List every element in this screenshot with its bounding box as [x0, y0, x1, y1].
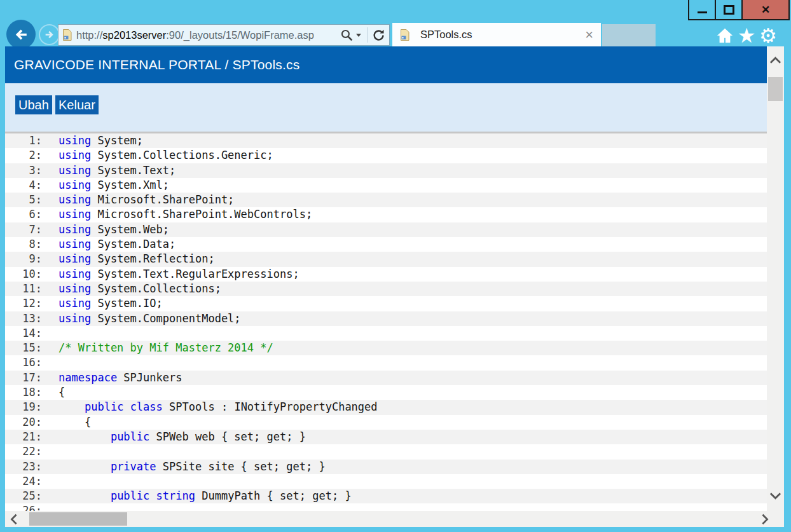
- code-line: 15:/* Written by Mif Masterz 2014 */: [5, 341, 767, 355]
- browser-window: ✕ http://sp2013server:90/_layouts/15/Wop…: [0, 0, 791, 532]
- line-code: [42, 355, 58, 370]
- line-code: using Microsoft.SharePoint.WebControls;: [42, 207, 312, 222]
- code-line: 2:using System.Collections.Generic;: [5, 148, 767, 163]
- line-code: using System.Reflection;: [42, 252, 215, 266]
- line-code: using System.Web;: [42, 222, 169, 237]
- back-button[interactable]: [6, 20, 36, 49]
- line-code: using Microsoft.SharePoint;: [42, 193, 234, 207]
- line-code: using System.ComponentModel;: [42, 311, 241, 326]
- menu-item-keluar[interactable]: Keluar: [55, 95, 99, 114]
- line-number: 3:: [5, 163, 42, 178]
- line-number: 4:: [5, 178, 42, 193]
- address-divider: [368, 27, 368, 43]
- line-code: /* Written by Mif Masterz 2014 */: [42, 341, 273, 355]
- minimize-button[interactable]: [689, 0, 715, 19]
- line-number: 5:: [5, 193, 42, 207]
- minimize-icon: [698, 11, 707, 13]
- code-line: 5:using Microsoft.SharePoint;: [5, 193, 767, 207]
- code-line: 11:using System.Collections;: [5, 282, 767, 296]
- tab-sptools[interactable]: SPTools.cs ×: [392, 23, 601, 46]
- line-code: private SPSite site { set; get; }: [42, 460, 326, 474]
- code-line: 4:using System.Xml;: [5, 178, 767, 193]
- line-code: using System.Text.RegularExpressions;: [42, 267, 299, 282]
- line-code: public string DummyPath { set; get; }: [42, 489, 352, 503]
- line-code: using System.IO;: [42, 296, 163, 311]
- line-code: public class SPTools : INotifyPropertyCh…: [42, 400, 378, 414]
- tab-favicon: [400, 29, 409, 41]
- line-number: 11:: [5, 282, 42, 296]
- code-line: 7:using System.Web;: [5, 222, 767, 237]
- search-icon[interactable]: [340, 29, 354, 42]
- line-number: 2:: [5, 148, 42, 163]
- scroll-up-icon[interactable]: [769, 57, 781, 64]
- url-domain: sp2013server: [102, 29, 166, 41]
- close-icon: ✕: [761, 4, 770, 15]
- code-line: 24:: [5, 474, 767, 489]
- line-number: 16:: [5, 355, 42, 370]
- code-line: 20: {: [5, 415, 767, 430]
- line-number: 12:: [5, 296, 42, 311]
- refresh-icon[interactable]: [372, 29, 385, 42]
- line-number: 8:: [5, 237, 42, 252]
- maximize-icon: [724, 5, 734, 15]
- menu-item-ubah[interactable]: Ubah: [15, 95, 52, 114]
- tab-close-icon[interactable]: ×: [585, 28, 593, 42]
- url-text[interactable]: http://sp2013server:90/_layouts/15/WopiF…: [76, 29, 340, 41]
- address-bar[interactable]: http://sp2013server:90/_layouts/15/WopiF…: [58, 24, 390, 46]
- line-number: 23:: [5, 460, 42, 474]
- code-line: 19: public class SPTools : INotifyProper…: [5, 400, 767, 414]
- code-line: 10:using System.Text.RegularExpressions;: [5, 267, 767, 282]
- line-number: 25:: [5, 489, 42, 503]
- line-code: {: [42, 415, 91, 430]
- line-number: 15:: [5, 341, 42, 355]
- home-icon: [715, 27, 734, 44]
- scroll-right-icon[interactable]: [761, 514, 769, 525]
- url-path: :90/_layouts/15/WopiFrame.asp: [166, 29, 314, 41]
- vertical-scroll-thumb[interactable]: [768, 77, 783, 101]
- line-code: using System.Collections.Generic;: [42, 148, 273, 163]
- scroll-left-icon[interactable]: [10, 514, 18, 525]
- code-line: 21: public SPWeb web { set; get; }: [5, 430, 767, 444]
- page-title: GRAVICODE INTERNAL PORTAL / SPTools.cs: [14, 57, 299, 72]
- forward-button[interactable]: [39, 24, 60, 45]
- maximize-button[interactable]: [715, 0, 741, 19]
- settings-button[interactable]: ⚙: [758, 25, 778, 46]
- scroll-down-icon[interactable]: [769, 492, 781, 500]
- forward-arrow-icon: [43, 29, 55, 41]
- line-number: 24:: [5, 474, 42, 489]
- close-button[interactable]: ✕: [741, 0, 788, 19]
- code-line: 26:: [5, 503, 767, 511]
- line-code: using System;: [42, 133, 143, 148]
- home-button[interactable]: [715, 25, 735, 46]
- line-number: 26:: [5, 503, 42, 511]
- line-number: 14:: [5, 326, 42, 341]
- line-number: 21:: [5, 430, 42, 444]
- code-line: 22:: [5, 444, 767, 459]
- code-line: 17:namespace SPJunkers: [5, 371, 767, 385]
- line-number: 18:: [5, 385, 42, 400]
- code-line: 1:using System;: [5, 133, 767, 148]
- line-code: using System.Collections;: [42, 282, 221, 296]
- line-code: [42, 326, 58, 341]
- line-number: 7:: [5, 222, 42, 237]
- url-prefix: http://: [76, 29, 102, 41]
- horizontal-scrollbar[interactable]: [5, 511, 784, 527]
- code-line: 12:using System.IO;: [5, 296, 767, 311]
- line-code: [42, 444, 58, 459]
- address-bar-tools: [340, 27, 385, 43]
- favorites-button[interactable]: ★: [736, 25, 757, 46]
- code-line: 8:using System.Data;: [5, 237, 767, 252]
- new-tab-button[interactable]: [602, 24, 656, 46]
- line-code: [42, 474, 58, 489]
- vertical-scrollbar[interactable]: [767, 46, 784, 511]
- line-code: using System.Text;: [42, 163, 175, 178]
- line-number: 22:: [5, 444, 42, 459]
- code-line: 9:using System.Reflection;: [5, 252, 767, 266]
- code-line: 23: private SPSite site { set; get; }: [5, 460, 767, 474]
- code-line: 16:: [5, 355, 767, 370]
- search-dropdown-icon[interactable]: [356, 34, 361, 39]
- code-line: 13:using System.ComponentModel;: [5, 311, 767, 326]
- page-favicon: [62, 29, 72, 41]
- line-code: using System.Data;: [42, 237, 175, 252]
- horizontal-scroll-thumb[interactable]: [29, 512, 127, 526]
